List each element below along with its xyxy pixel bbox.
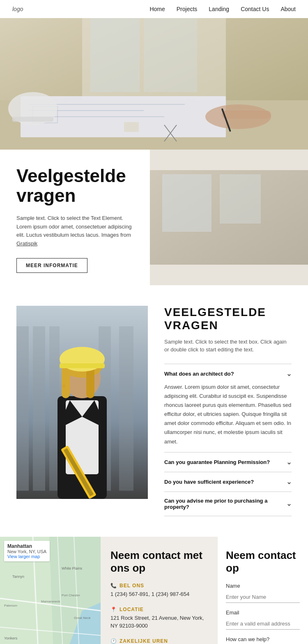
faq-intro-title: Veelgestelde vragen [16, 166, 138, 206]
location-section: 📍 LOCATIE 121 Rock Street, 21 Avenue, Ne… [110, 607, 208, 630]
chevron-down-icon: ⌄ [286, 478, 292, 486]
svg-text:Port Chester: Port Chester [62, 593, 80, 597]
faq-question-3[interactable]: Do you have sufficient experience? ⌄ [164, 478, 292, 486]
navigation: logo Home Projects Landing Contact Us Ab… [0, 0, 308, 18]
chevron-down-icon: ⌄ [286, 370, 292, 378]
nav-home[interactable]: Home [149, 6, 165, 12]
svg-rect-35 [60, 363, 105, 368]
map-city: Manhattan [7, 543, 46, 549]
faq-answer-1: Answer. Lorem ipsum dolor sit amet, cons… [164, 383, 292, 446]
faq-questions-panel: VEELGESTELDE VRAGEN Sample text. Click t… [164, 306, 292, 516]
nav-projects[interactable]: Projects [177, 6, 198, 12]
faq-intro-left: Veelgestelde vragen Sample text. Click t… [0, 150, 150, 285]
faq-intro-section: Veelgestelde vragen Sample text. Click t… [0, 150, 308, 285]
hero-section [0, 18, 308, 150]
email-input[interactable] [226, 618, 300, 630]
email-field-container: Email [226, 609, 300, 630]
gratispik-link[interactable]: Gratispik [16, 240, 37, 247]
svg-rect-18 [124, 122, 139, 132]
map-container: Tannyn White Plains Paterson Mamaroneck … [0, 537, 101, 644]
svg-text:Yonkers: Yonkers [4, 636, 18, 640]
worker-image [16, 306, 148, 499]
location-icon: 📍 [110, 607, 117, 612]
map-image: Tannyn White Plains Paterson Mamaroneck … [0, 537, 101, 644]
phone-number: 1 (234) 567-891, 1 (234) 987-654 [110, 590, 208, 598]
hero-image [0, 18, 308, 150]
svg-rect-11 [12, 117, 53, 122]
faq-question-1[interactable]: What does an architect do? ⌄ [164, 370, 292, 378]
chevron-down-icon: ⌄ [286, 500, 292, 508]
contact-info-title: Neem contact met ons op [110, 549, 208, 575]
faq-intro-right-image [150, 150, 308, 285]
contact-form-panel: Neem contact op Name Email How can we he… [218, 537, 308, 644]
faq-item-4: Can you advise me prior to purchasing a … [164, 492, 292, 516]
name-field-container: Name [226, 583, 300, 603]
help-label: How can we help? [226, 636, 300, 642]
help-field-container: How can we help? [226, 636, 300, 644]
svg-rect-32 [62, 365, 70, 398]
nav-about[interactable]: About [280, 6, 296, 12]
faq-item-2: Can you guarantee Planning Permission? ⌄ [164, 452, 292, 472]
location-label: 📍 LOCATIE [110, 607, 208, 612]
phone-section: 📞 BEL ONS 1 (234) 567-891, 1 (234) 987-6… [110, 583, 208, 598]
faq-item-1: What does an architect do? ⌄ Answer. Lor… [164, 364, 292, 452]
svg-text:Paterson: Paterson [4, 604, 17, 607]
nav-links: Home Projects Landing Contact Us About [149, 6, 296, 12]
email-label: Email [226, 609, 300, 616]
faq-detail-subtitle: Sample text. Click to select the text bo… [164, 338, 292, 354]
nav-contact[interactable]: Contact Us [241, 6, 269, 12]
name-label: Name [226, 583, 300, 589]
hours-section: 🕐 ZAKELIJKE UREN Ma - Vr ....... 10.00 –… [110, 638, 208, 644]
phone-label: 📞 BEL ONS [110, 583, 208, 589]
contact-form-title: Neem contact op [226, 549, 300, 575]
hours-label: 🕐 ZAKELIJKE UREN [110, 638, 208, 644]
svg-text:Great Neck: Great Neck [74, 616, 91, 620]
view-larger-map-link[interactable]: View larger map [7, 554, 40, 559]
faq-item-3: Do you have sufficient experience? ⌄ [164, 472, 292, 492]
svg-text:Mamaroneck: Mamaroneck [41, 600, 60, 603]
faq-detail-title: VEELGESTELDE VRAGEN [164, 306, 292, 332]
faq-detail-section: VEELGESTELDE VRAGEN Sample text. Click t… [0, 285, 308, 537]
chevron-down-icon: ⌄ [286, 458, 292, 466]
svg-rect-24 [33, 326, 45, 491]
logo: logo [12, 6, 23, 12]
svg-rect-20 [162, 174, 211, 232]
svg-rect-27 [119, 326, 133, 491]
svg-point-38 [62, 384, 65, 388]
faq-question-2[interactable]: Can you guarantee Planning Permission? ⌄ [164, 458, 292, 466]
phone-icon: 📞 [110, 583, 117, 589]
meer-informatie-button[interactable]: MEER INFORMATIE [16, 258, 87, 273]
svg-text:White Plains: White Plains [62, 566, 83, 570]
faq-question-4[interactable]: Can you advise me prior to purchasing a … [164, 498, 292, 510]
svg-rect-21 [220, 174, 261, 224]
contact-info-panel: Neem contact met ons op 📞 BEL ONS 1 (234… [101, 537, 218, 644]
location-address: 121 Rock Street, 21 Avenue, New York, NY… [110, 614, 208, 630]
svg-rect-15 [222, 111, 271, 119]
svg-rect-3 [144, 18, 197, 92]
faq-intro-body: Sample text. Click to select the Text El… [16, 214, 138, 248]
svg-rect-2 [90, 18, 140, 92]
map-state: New York, NY, USA [7, 549, 46, 554]
nav-landing[interactable]: Landing [209, 6, 229, 12]
map-info-overlay: Manhattan New York, NY, USA View larger … [4, 541, 50, 561]
clock-icon: 🕐 [110, 638, 117, 644]
contact-section: Tannyn White Plains Paterson Mamaroneck … [0, 537, 308, 644]
name-input[interactable] [226, 591, 300, 603]
svg-text:Tannyn: Tannyn [12, 575, 24, 579]
svg-rect-23 [16, 326, 29, 491]
